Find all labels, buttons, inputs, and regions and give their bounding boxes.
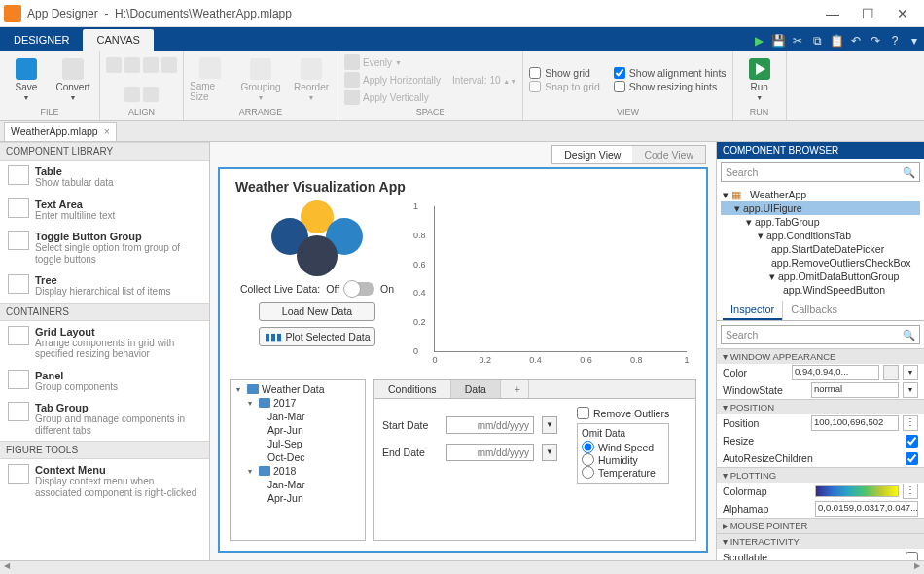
alignment-hints-checkbox[interactable]: Show alignment hints bbox=[614, 67, 727, 79]
color-swatch[interactable] bbox=[883, 365, 899, 380]
tab-conditions[interactable]: Conditions bbox=[374, 380, 451, 398]
ribbon-group-arrange: Same Size Grouping▼ Reorder▼ ARRANGE bbox=[184, 51, 338, 120]
code-view-button[interactable]: Code View bbox=[632, 146, 705, 163]
library-item-tabgroup[interactable]: Tab GroupGroup and manage components in … bbox=[0, 397, 209, 441]
dropdown-icon[interactable]: ▼ bbox=[903, 382, 918, 398]
tab-data[interactable]: Data bbox=[451, 380, 501, 398]
section-interactivity[interactable]: ▾ INTERACTIVITY bbox=[717, 533, 924, 549]
show-grid-checkbox[interactable]: Show grid bbox=[529, 67, 600, 79]
uifigure[interactable]: Weather Visualization App Collect Live D… bbox=[218, 167, 708, 553]
panel-icon bbox=[8, 370, 29, 389]
end-date-picker[interactable] bbox=[446, 444, 534, 461]
dropdown-icon[interactable]: ▼ bbox=[542, 416, 557, 434]
grouping-button[interactable]: Grouping▼ bbox=[240, 58, 281, 101]
tabgroup-icon bbox=[8, 402, 29, 421]
temperature-radio[interactable]: Temperature bbox=[582, 466, 664, 479]
copy-icon[interactable]: ⧉ bbox=[807, 31, 827, 51]
reorder-button[interactable]: Reorder▼ bbox=[291, 58, 332, 101]
library-item-togglebuttongroup[interactable]: Toggle Button GroupSelect single option … bbox=[0, 226, 209, 269]
save-icon bbox=[16, 58, 37, 80]
section-plotting[interactable]: ▾ PLOTTING bbox=[717, 467, 924, 483]
cut-icon[interactable]: ✂ bbox=[788, 31, 807, 51]
scroll-right-icon[interactable]: ▶ bbox=[910, 561, 924, 574]
library-item-table[interactable]: TableShow tabular data bbox=[0, 161, 209, 194]
dropdown-icon[interactable]: ▼ bbox=[542, 444, 557, 461]
same-size-button[interactable]: Same Size bbox=[190, 57, 231, 102]
resizing-hints-checkbox[interactable]: Show resizing hints bbox=[614, 81, 727, 92]
remove-outliers-checkbox[interactable]: Remove Outliers bbox=[577, 407, 669, 419]
minimize-button[interactable]: — bbox=[815, 2, 850, 25]
component-tree[interactable]: ▾▦ WeatherApp ▾app.UIFigure ▾app.TabGrou… bbox=[717, 186, 924, 301]
autoresize-checkbox[interactable] bbox=[906, 452, 918, 465]
align-bottom-icon[interactable] bbox=[143, 87, 159, 102]
tab-add[interactable]: + bbox=[501, 380, 529, 398]
align-center-icon[interactable] bbox=[124, 57, 140, 73]
align-top-icon[interactable] bbox=[161, 57, 177, 73]
folder-icon bbox=[259, 466, 270, 476]
alphamap-field[interactable]: 0,0.0159,0.0317,0.047... bbox=[815, 501, 918, 517]
component-library-panel: COMPONENT LIBRARY TableShow tabular data… bbox=[0, 142, 210, 560]
run-icon[interactable]: ▶ bbox=[749, 31, 768, 51]
tab-designer[interactable]: DESIGNER bbox=[0, 29, 83, 51]
save-icon[interactable]: 💾 bbox=[768, 31, 788, 51]
folder-icon bbox=[259, 398, 270, 408]
library-item-contextmenu[interactable]: Context MenuDisplay context menu when as… bbox=[0, 459, 209, 503]
document-tab[interactable]: WeatherApp.mlapp× bbox=[4, 122, 117, 141]
position-field[interactable]: 100,100,696,502 bbox=[811, 415, 899, 431]
snap-grid-checkbox[interactable]: Snap to grid bbox=[529, 81, 600, 92]
browser-search-input[interactable]: Search🔍 bbox=[721, 162, 920, 182]
tab-canvas[interactable]: CANVAS bbox=[83, 29, 153, 51]
run-button[interactable]: Run▼ bbox=[739, 58, 780, 101]
align-middle-icon[interactable] bbox=[124, 87, 140, 102]
redo-icon[interactable]: ↷ bbox=[866, 31, 885, 51]
plot-selected-button[interactable]: ▮▮▮Plot Selected Data bbox=[259, 327, 375, 346]
close-tab-icon[interactable]: × bbox=[104, 126, 110, 137]
matlab-logo-icon bbox=[4, 5, 21, 22]
resize-checkbox[interactable] bbox=[906, 435, 918, 448]
more-icon[interactable]: ⋮ bbox=[903, 484, 918, 499]
table-icon bbox=[8, 165, 29, 185]
canvas-panel: Design View Code View Weather Visualizat… bbox=[210, 142, 716, 560]
scrollable-checkbox[interactable] bbox=[906, 552, 918, 561]
collect-live-switch[interactable] bbox=[345, 282, 374, 296]
load-new-data-button[interactable]: Load New Data bbox=[259, 302, 375, 321]
help-icon[interactable]: ? bbox=[885, 31, 905, 51]
library-item-tree[interactable]: TreeDisplay hierarchical list of items bbox=[0, 269, 209, 303]
collect-label: Collect Live Data: bbox=[240, 283, 320, 295]
align-right-icon[interactable] bbox=[143, 57, 159, 73]
minimize-ribbon-icon[interactable]: ▾ bbox=[905, 31, 924, 51]
tab-group[interactable]: Conditions Data + Start Date▼ End Date▼ … bbox=[373, 379, 696, 541]
grid-icon bbox=[8, 326, 29, 345]
search-icon: 🔍 bbox=[903, 329, 915, 341]
callbacks-tab[interactable]: Callbacks bbox=[782, 301, 845, 320]
design-view-button[interactable]: Design View bbox=[552, 146, 632, 163]
close-button[interactable]: ✕ bbox=[885, 2, 920, 25]
uiaxes[interactable]: 1 0.8 0.6 0.4 0.2 0 0 0.2 0.4 0.6 0.8 1 bbox=[434, 206, 687, 352]
maximize-button[interactable]: ☐ bbox=[850, 2, 885, 25]
library-item-gridlayout[interactable]: Grid LayoutArrange components in grid wi… bbox=[0, 321, 209, 365]
dropdown-icon[interactable]: ▼ bbox=[903, 365, 918, 380]
color-field[interactable]: 0.94,0.94,0... bbox=[792, 365, 879, 380]
align-left-icon[interactable] bbox=[106, 57, 122, 73]
humidity-radio[interactable]: Humidity bbox=[582, 453, 664, 466]
paste-icon[interactable]: 📋 bbox=[827, 31, 846, 51]
undo-icon[interactable]: ↶ bbox=[846, 31, 866, 51]
end-date-label: End Date bbox=[382, 447, 439, 458]
wind-speed-radio[interactable]: Wind Speed bbox=[582, 441, 664, 453]
weather-data-tree[interactable]: ▾Weather Data ▾2017 Jan-Mar Apr-Jun Jul-… bbox=[230, 379, 366, 541]
section-mouse[interactable]: ▸ MOUSE POINTER bbox=[717, 518, 924, 533]
scroll-left-icon[interactable]: ◀ bbox=[0, 561, 14, 574]
save-button[interactable]: Save▼ bbox=[6, 58, 47, 101]
library-item-panel[interactable]: PanelGroup components bbox=[0, 365, 209, 398]
more-icon[interactable]: ⋮ bbox=[903, 415, 918, 431]
start-date-picker[interactable] bbox=[446, 416, 534, 434]
document-bar: WeatherApp.mlapp× bbox=[0, 121, 924, 142]
convert-button[interactable]: Convert▼ bbox=[53, 58, 93, 101]
colormap-swatch[interactable] bbox=[815, 485, 899, 497]
windowstate-field[interactable]: normal bbox=[811, 382, 899, 398]
section-window-appearance[interactable]: ▾ WINDOW APPEARANCE bbox=[717, 348, 924, 364]
library-item-textarea[interactable]: Text AreaEnter multiline text bbox=[0, 194, 209, 227]
section-position[interactable]: ▾ POSITION bbox=[717, 399, 924, 414]
inspector-tab[interactable]: Inspector bbox=[723, 301, 782, 320]
inspector-search-input[interactable]: Search🔍 bbox=[721, 325, 920, 344]
